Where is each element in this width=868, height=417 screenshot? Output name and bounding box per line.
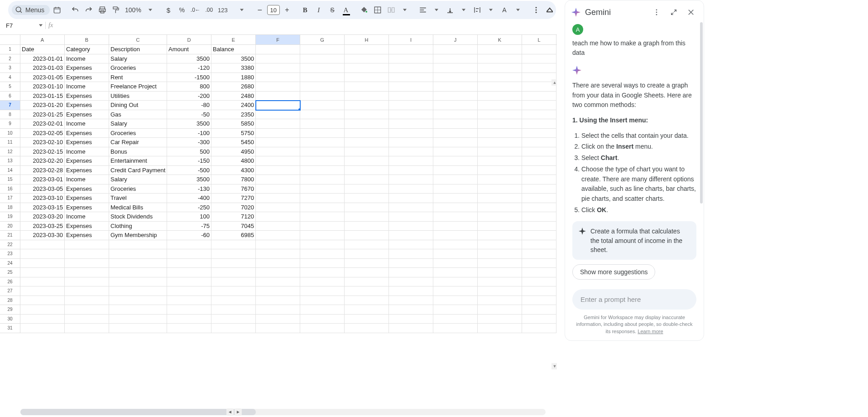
cell[interactable] (433, 268, 478, 277)
row-header[interactable]: 21 (0, 231, 20, 240)
cell[interactable] (300, 92, 345, 101)
cell[interactable] (256, 45, 300, 54)
cell[interactable] (433, 54, 478, 64)
cell[interactable] (300, 315, 345, 324)
row-header[interactable]: 27 (0, 286, 20, 296)
cell[interactable] (109, 240, 167, 250)
cell[interactable] (345, 110, 389, 120)
text-rotation-button[interactable]: A (498, 4, 511, 16)
cell[interactable] (256, 296, 300, 305)
cell[interactable] (389, 277, 433, 287)
row-header[interactable]: 30 (0, 315, 20, 324)
gemini-scrollbar[interactable] (700, 22, 703, 204)
cell[interactable] (300, 268, 345, 277)
cell[interactable]: 2023-03-05 (20, 184, 65, 194)
cell[interactable]: 3500 (167, 119, 211, 129)
cell[interactable] (389, 249, 433, 259)
cell[interactable] (345, 175, 389, 184)
cell[interactable]: Salary (109, 119, 167, 129)
cell[interactable] (211, 259, 256, 268)
cell[interactable] (433, 101, 478, 110)
cell[interactable] (300, 82, 345, 92)
learn-more-link[interactable]: Learn more (638, 329, 663, 334)
cell[interactable] (65, 315, 109, 324)
cell[interactable]: Income (65, 119, 109, 129)
cell[interactable]: Income (65, 82, 109, 92)
cell[interactable]: Income (65, 212, 109, 222)
cell[interactable] (256, 286, 300, 296)
cell[interactable] (433, 119, 478, 129)
cell[interactable] (20, 305, 65, 315)
italic-button[interactable]: I (312, 4, 325, 16)
cell[interactable]: 3500 (211, 54, 256, 64)
cell[interactable] (433, 277, 478, 287)
cell[interactable] (433, 156, 478, 166)
cell[interactable] (478, 315, 522, 324)
cell[interactable]: Amount (167, 45, 211, 54)
cell[interactable] (256, 73, 300, 82)
cell[interactable] (389, 45, 433, 54)
cell[interactable] (389, 296, 433, 305)
cell[interactable] (256, 231, 300, 240)
cell[interactable] (300, 156, 345, 166)
cell[interactable] (300, 73, 345, 82)
cell[interactable] (433, 73, 478, 82)
cell[interactable]: -100 (167, 129, 211, 138)
cell[interactable] (345, 315, 389, 324)
horizontal-scrollbar[interactable] (20, 409, 546, 415)
cell[interactable]: 2023-03-20 (20, 212, 65, 222)
suggestion-card[interactable]: Create a formula that calculates the tot… (572, 221, 696, 260)
cell[interactable] (256, 166, 300, 175)
cell[interactable]: 500 (167, 147, 211, 157)
cell[interactable] (345, 82, 389, 92)
cell[interactable] (478, 119, 522, 129)
cell[interactable] (300, 305, 345, 315)
cell[interactable]: 5850 (211, 119, 256, 129)
row-header[interactable]: 19 (0, 212, 20, 222)
zoom-dropdown[interactable] (144, 4, 157, 16)
cell[interactable]: -300 (167, 138, 211, 147)
undo-button[interactable] (69, 4, 82, 16)
fill-color-button[interactable] (358, 4, 370, 16)
text-color-button[interactable]: A (340, 4, 352, 16)
cell[interactable] (65, 286, 109, 296)
cell[interactable]: Travel (109, 194, 167, 203)
column-header[interactable]: D (167, 35, 211, 44)
borders-button[interactable] (371, 4, 384, 16)
cell[interactable] (300, 175, 345, 184)
cell[interactable] (433, 82, 478, 92)
cell[interactable] (345, 101, 389, 110)
cell[interactable] (167, 315, 211, 324)
cell[interactable] (211, 286, 256, 296)
cell[interactable] (345, 249, 389, 259)
cell[interactable]: Income (65, 147, 109, 157)
cell[interactable] (478, 305, 522, 315)
cell[interactable] (300, 45, 345, 54)
wrap-dropdown[interactable] (484, 4, 497, 16)
cell[interactable]: Expenses (65, 166, 109, 175)
cell[interactable] (109, 296, 167, 305)
cell[interactable]: 2023-03-25 (20, 222, 65, 231)
cell[interactable] (389, 82, 433, 92)
cell[interactable] (300, 194, 345, 203)
cell[interactable] (433, 45, 478, 54)
cell[interactable] (389, 222, 433, 231)
cell[interactable]: Expenses (65, 92, 109, 101)
cell[interactable] (345, 240, 389, 250)
cell[interactable]: Expenses (65, 110, 109, 120)
cell[interactable] (522, 54, 556, 64)
cell[interactable]: 7120 (211, 212, 256, 222)
cell[interactable]: Expenses (65, 129, 109, 138)
cell[interactable] (345, 324, 389, 333)
font-family-dropdown[interactable] (235, 4, 248, 16)
cell[interactable]: 2023-01-15 (20, 92, 65, 101)
row-header[interactable]: 18 (0, 203, 20, 213)
row-header[interactable]: 2 (0, 54, 20, 64)
cell[interactable] (300, 63, 345, 73)
cell[interactable] (345, 73, 389, 82)
cell[interactable] (256, 138, 300, 147)
row-header[interactable]: 5 (0, 82, 20, 92)
cell[interactable] (478, 138, 522, 147)
cell[interactable] (300, 101, 345, 110)
cell[interactable]: 7020 (211, 203, 256, 213)
